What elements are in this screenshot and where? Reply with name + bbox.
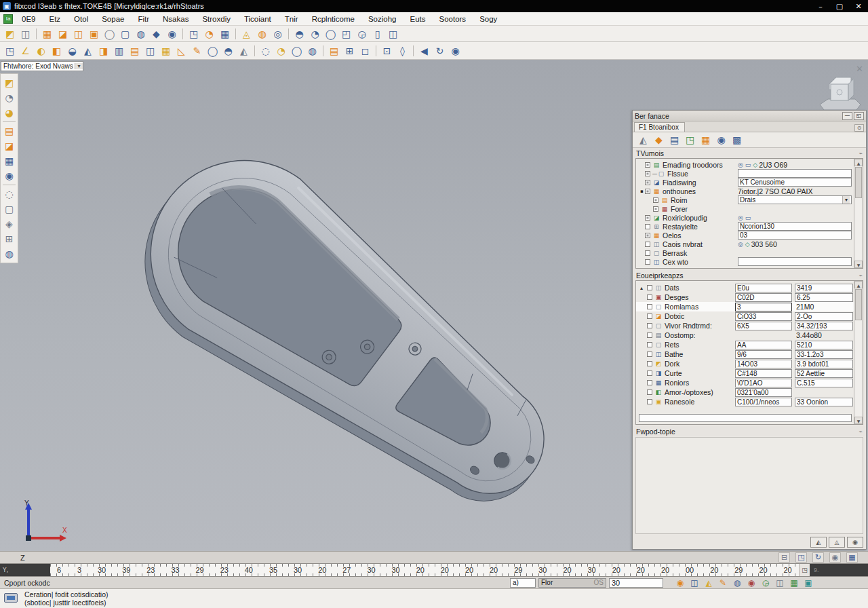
table-scrollbar[interactable]: ▲ ▼	[854, 281, 863, 424]
scroll-up-icon[interactable]: ▲	[854, 159, 863, 166]
notes-area[interactable]	[635, 437, 863, 534]
table-cell-1[interactable]: 14O03	[735, 360, 792, 368]
toolbar2-icon-16[interactable]: ◭	[237, 44, 251, 58]
close-button[interactable]: ✕	[849, 0, 868, 12]
toolbar1-icon-28[interactable]: ◫	[386, 27, 400, 41]
view-selector-combobox[interactable]: Fhtwhore: Exod Nvaws ▾	[1, 61, 83, 71]
status-icon-3[interactable]: ◭	[703, 577, 714, 588]
tree-row-checkbox[interactable]	[645, 233, 650, 238]
table-cell-2[interactable]: C.515	[795, 379, 853, 387]
maximize-button[interactable]: ▢	[830, 0, 849, 12]
tree-row[interactable]: ◪Roxiriclopudig◎ ▭	[636, 213, 863, 222]
status-icon-6[interactable]: ◉	[746, 577, 757, 588]
left-toolbar-icon-8[interactable]: ◉	[2, 169, 16, 183]
table-row-checkbox[interactable]	[647, 294, 652, 300]
status-field-value[interactable]: 30	[609, 578, 663, 588]
table-row[interactable]: ▢Vivor Rndtrmd:6X534.32/193	[636, 321, 863, 330]
toolbar2-icon-11[interactable]: ▦	[159, 44, 173, 58]
toolbar2-icon-32[interactable]: ◉	[448, 44, 462, 58]
status-icon-10[interactable]: ▣	[803, 577, 814, 588]
panel-dock-button[interactable]: ◱	[854, 112, 864, 120]
menu-otol[interactable]: Otol	[67, 14, 95, 24]
tree-row-checkbox[interactable]	[653, 206, 658, 212]
panel-tab-options-button[interactable]: ⊙	[854, 124, 864, 132]
status-field-a[interactable]: a)	[510, 578, 536, 588]
panel-toolbar-icon-5[interactable]: ▦	[698, 133, 713, 147]
toolbar2-icon-25[interactable]: ◻	[358, 44, 372, 58]
table-cell-1[interactable]: E0u	[735, 284, 792, 292]
status-icon-2[interactable]: ◫	[689, 577, 700, 588]
tree-row[interactable]: ◪FiadiswingKT Cenusoime	[636, 178, 863, 187]
table-row[interactable]: ▢Romlamas321M0	[636, 302, 863, 311]
panel-toolbar-icon-6[interactable]: ◉	[714, 133, 728, 147]
toolbar2-icon-24[interactable]: ⊞	[342, 44, 357, 58]
left-toolbar-icon-14[interactable]: ◍	[2, 247, 16, 261]
tree-row[interactable]: ▤RoimDrais▾	[636, 195, 863, 204]
status-icon-7[interactable]: ◶	[760, 577, 771, 588]
toolbar2-icon-21[interactable]: ◍	[305, 44, 319, 58]
table-row[interactable]: ▤Oostomp:3.44o80	[636, 330, 863, 340]
toolbar1-icon-15[interactable]: ◔	[202, 27, 216, 41]
menu-0e9[interactable]: 0E9	[15, 14, 42, 24]
table-cell-2[interactable]: 34.32/193	[795, 322, 853, 330]
3d-model[interactable]	[102, 142, 576, 522]
table-cell-1[interactable]: C#148	[735, 369, 792, 378]
table-row-checkbox[interactable]	[647, 304, 652, 309]
section-header-notes[interactable]: Fwpod-topie ⌁	[633, 426, 866, 436]
menu-nsakas[interactable]: Nsakas	[156, 14, 195, 24]
strip-icon-1[interactable]: ⊟	[778, 552, 790, 563]
toolbar1-icon-7[interactable]: ▣	[87, 27, 101, 41]
left-toolbar-icon-10[interactable]: ◌	[2, 187, 16, 201]
toolbar2-icon-7[interactable]: ◨	[96, 44, 111, 58]
panel-button-1[interactable]: ◭	[810, 537, 827, 548]
toolbar2-icon-28[interactable]: ◊	[395, 44, 410, 58]
menu-soziohg[interactable]: Soziohg	[361, 14, 403, 24]
status-icon-9[interactable]: ▦	[789, 577, 800, 588]
scroll-thumb[interactable]	[855, 289, 862, 320]
toolbar1-icon-14[interactable]: ◳	[186, 27, 201, 41]
left-toolbar-icon-7[interactable]: ▦	[2, 154, 16, 168]
toolbar2-icon-31[interactable]: ↻	[433, 44, 447, 58]
table-row[interactable]: ▢RetsAA5210	[636, 340, 863, 349]
table-cell-2[interactable]: 6.25	[795, 293, 853, 302]
panel-toolbar-icon-1[interactable]: ◭	[636, 133, 650, 147]
table-cell-1[interactable]: 0321'0a00	[735, 388, 792, 397]
toolbar2-icon-12[interactable]: ◺	[174, 44, 189, 58]
tree-row-input[interactable]: KT Cenusoime	[738, 178, 852, 187]
table-row[interactable]: ◩Dork14O033.9 bdot01	[636, 359, 863, 368]
menu-ticoiant[interactable]: Ticoiant	[237, 14, 278, 24]
table-footer-field[interactable]	[639, 414, 852, 422]
toolbar1-icon-9[interactable]: ▢	[118, 27, 132, 41]
left-toolbar-icon-5[interactable]: ▤	[2, 124, 16, 138]
menu-sopae[interactable]: Sopae	[95, 14, 131, 24]
section-resize-icon[interactable]: ⌁	[859, 272, 863, 279]
table-row-checkbox[interactable]	[647, 370, 652, 376]
tree-row-checkbox[interactable]	[645, 189, 650, 194]
table-row[interactable]: ▴◫DatsE0u3419	[636, 283, 863, 292]
tree-row-input[interactable]	[738, 257, 852, 266]
toolbar2-icon-1[interactable]: ◳	[3, 44, 17, 58]
left-toolbar-icon-2[interactable]: ◔	[2, 91, 16, 104]
left-toolbar-icon-11[interactable]: ▢	[2, 202, 16, 216]
toolbar1-icon-6[interactable]: ◫	[71, 27, 85, 41]
tree-row[interactable]: ▤Emading troodoors◎ ▭◇2U3 O69	[636, 160, 863, 169]
plane-tab-z[interactable]: Z	[20, 554, 25, 562]
toolbar2-icon-2[interactable]: ∠	[18, 44, 33, 58]
toolbar2-icon-23[interactable]: ▤	[327, 44, 341, 58]
toolbar2-icon-8[interactable]: ▥	[112, 44, 126, 58]
toolbar1-icon-20[interactable]: ◎	[271, 27, 285, 41]
viewport-close-icon[interactable]: ✕	[856, 64, 863, 74]
menu-stroxdiy[interactable]: Stroxdiy	[195, 14, 237, 24]
tree-row[interactable]: ▢Berrask	[636, 248, 863, 257]
table-cell-1[interactable]: AA	[735, 341, 792, 349]
table-row-checkbox[interactable]	[647, 314, 652, 319]
toolbar2-icon-18[interactable]: ◌	[258, 44, 273, 58]
tree-row[interactable]: ▪▦onthounes7iotor.|2 7SO CA0 PAIX	[636, 187, 863, 195]
scroll-down-icon[interactable]: ▼	[854, 261, 863, 268]
table-cell-1[interactable]: C02D	[735, 293, 792, 302]
section-resize-icon[interactable]: ⌁	[859, 150, 863, 157]
tree-row[interactable]: ▦Forer	[636, 204, 863, 213]
toolbar1-icon-10[interactable]: ◍	[134, 27, 148, 41]
toolbar1-icon-12[interactable]: ◉	[165, 27, 179, 41]
toolbar2-icon-19[interactable]: ◔	[274, 44, 288, 58]
